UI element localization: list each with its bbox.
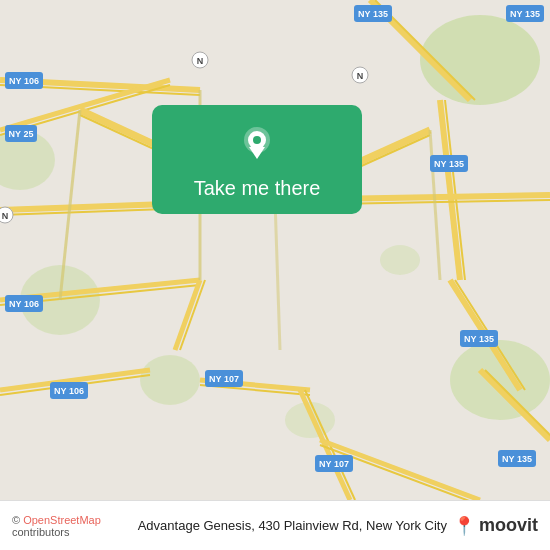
location-text: Advantage Genesis, 430 Plainview Rd, New… (138, 518, 447, 533)
map-svg: NY 135 NY 135 NY 135 NY 135 NY 135 NY 10… (0, 0, 550, 500)
moovit-brand-text: moovit (479, 515, 538, 536)
svg-text:NY 25: NY 25 (9, 129, 34, 139)
location-pin-icon (235, 123, 279, 167)
svg-text:NY 106: NY 106 (9, 76, 39, 86)
location-info: Advantage Genesis, 430 Plainview Rd, New… (138, 518, 447, 533)
osm-link[interactable]: OpenStreetMap (23, 514, 101, 526)
svg-text:N: N (2, 211, 9, 221)
svg-marker-75 (249, 147, 265, 159)
map-container: NY 135 NY 135 NY 135 NY 135 NY 135 NY 10… (0, 0, 550, 500)
location-card[interactable]: Take me there (152, 105, 362, 214)
svg-point-6 (380, 245, 420, 275)
svg-text:NY 107: NY 107 (209, 374, 239, 384)
svg-text:N: N (197, 56, 204, 66)
svg-text:NY 135: NY 135 (434, 159, 464, 169)
svg-text:NY 135: NY 135 (358, 9, 388, 19)
take-me-there-button[interactable]: Take me there (194, 177, 321, 200)
svg-text:NY 135: NY 135 (510, 9, 540, 19)
svg-point-4 (140, 355, 200, 405)
svg-text:NY 135: NY 135 (502, 454, 532, 464)
moovit-logo: 📍 moovit (453, 515, 538, 537)
svg-text:NY 107: NY 107 (319, 459, 349, 469)
bottom-bar: © OpenStreetMap contributors Advantage G… (0, 500, 550, 550)
copyright-text: © OpenStreetMap contributors (12, 514, 132, 538)
moovit-pin-icon: 📍 (453, 515, 475, 537)
svg-text:NY 135: NY 135 (464, 334, 494, 344)
svg-text:NY 106: NY 106 (54, 386, 84, 396)
svg-text:N: N (357, 71, 364, 81)
svg-text:NY 106: NY 106 (9, 299, 39, 309)
svg-point-1 (420, 15, 540, 105)
svg-point-74 (253, 136, 261, 144)
